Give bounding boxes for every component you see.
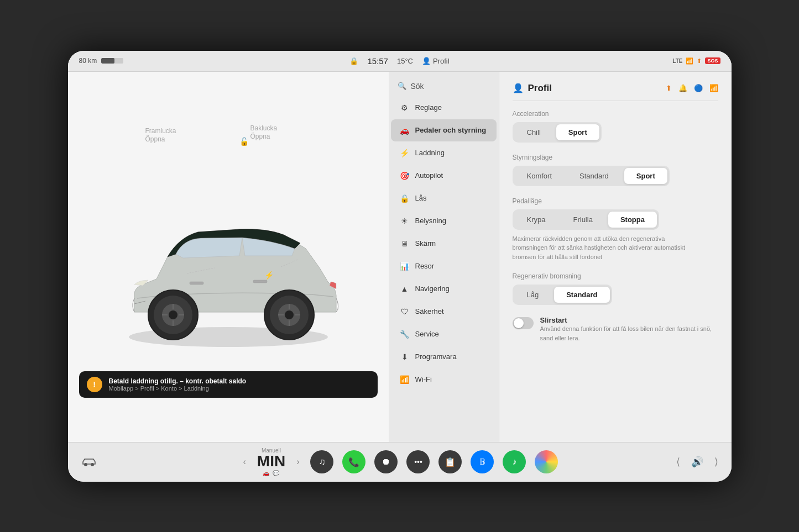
settings-header: 👤 Profil ⬆ 🔔 🔵 📶 xyxy=(513,83,718,101)
notification-subtitle: Mobilapp > Profil > Konto > Laddning xyxy=(109,385,247,392)
acceleration-button-group: Chill Sport xyxy=(513,122,602,143)
spotify-button[interactable]: ♪ xyxy=(503,450,526,473)
baklucka-label: Baklucka Öppna xyxy=(250,124,278,141)
btn-lag[interactable]: Låg xyxy=(515,287,551,303)
sidebar-item-navigering[interactable]: ▲ Navigering xyxy=(391,278,497,300)
bluetooth-header-icon[interactable]: 🔵 xyxy=(694,84,703,92)
volume-icon[interactable]: 🔊 xyxy=(691,456,703,468)
btn-sport-styrning[interactable]: Sport xyxy=(624,168,667,184)
phone-button[interactable]: 📞 xyxy=(342,450,365,473)
sidebar-item-wifi[interactable]: 📶 Wi-Fi xyxy=(391,368,497,391)
signal-icon: 📶 xyxy=(686,57,693,65)
next-media[interactable]: ⟩ xyxy=(712,454,720,470)
sidebar-item-pedaler[interactable]: 🚗 Pedaler och styrning xyxy=(391,119,497,141)
car-button[interactable] xyxy=(79,452,99,472)
sidebar-label-laddning: Laddning xyxy=(415,149,445,157)
camera-button[interactable]: ⏺ xyxy=(374,450,398,473)
nav-icon: ▲ xyxy=(400,284,410,294)
slirstart-toggle[interactable] xyxy=(513,317,534,329)
speed-chevron-right[interactable]: › xyxy=(294,455,301,469)
bell-icon[interactable]: 🔔 xyxy=(678,84,687,92)
sun-icon: ☀ xyxy=(400,216,410,226)
notification-bar[interactable]: ! Betald laddning otillg. – kontr. obeta… xyxy=(79,371,378,398)
sidebar-item-reglage[interactable]: ⚙ Reglage xyxy=(391,97,497,119)
btn-komfort[interactable]: Komfort xyxy=(515,168,565,184)
framlucka-text: Framlucka xyxy=(145,127,176,136)
slirstart-label: Slirstart xyxy=(540,316,718,324)
sidebar-label-belysning: Belysning xyxy=(415,217,446,225)
apps-button[interactable] xyxy=(535,450,558,473)
styrning-button-group: Komfort Standard Sport xyxy=(513,166,670,186)
search-icon: 🔍 xyxy=(398,82,406,90)
sidebar-item-autopilot[interactable]: 🎯 Autopilot xyxy=(391,165,497,187)
toggle-icon: ⚙ xyxy=(400,103,410,113)
pedal-button-group: Krypa Friulla Stoppa xyxy=(513,209,659,230)
upload-icon: ⬆ xyxy=(697,57,702,65)
section-acceleration: Acceleration Chill Sport xyxy=(513,110,718,143)
btn-standard-regen[interactable]: Standard xyxy=(554,287,609,303)
notes-button[interactable]: 📋 xyxy=(438,450,462,473)
status-profile[interactable]: 👤 Profil xyxy=(422,57,450,65)
slirstart-text: Slirstart Använd denna funktion för att … xyxy=(540,316,718,343)
screen-icon: 🖥 xyxy=(400,239,410,249)
signal-header-icon[interactable]: 📶 xyxy=(709,84,718,92)
prev-media[interactable]: ⟨ xyxy=(674,454,682,470)
settings-panel: 👤 Profil ⬆ 🔔 🔵 📶 Acceleration Chill Spor… xyxy=(499,72,732,442)
btn-standard-styrning[interactable]: Standard xyxy=(567,168,621,184)
status-bar: 80 km 🔒 15:57 15°C 👤 Profil LTE 📶 ⬆ SOS xyxy=(68,51,732,72)
sidebar-label-resor: Resor xyxy=(415,262,435,270)
right-panel: 🔍 Sök ⚙ Reglage 🚗 Pedaler och styrning ⚡… xyxy=(389,72,732,442)
sidebar-label-programvara: Programvara xyxy=(415,352,457,361)
speed-chevron-left[interactable]: ‹ xyxy=(241,455,248,469)
wifi-icon: 📶 xyxy=(400,375,410,384)
sos-badge: SOS xyxy=(705,57,720,64)
mode-icon-2: 💬 xyxy=(273,470,279,476)
sidebar-item-skarm[interactable]: 🖥 Skärm xyxy=(391,233,497,255)
framlucka-action[interactable]: Öppna xyxy=(145,135,176,144)
sidebar-label-skarm: Skärm xyxy=(415,239,436,247)
section-slirstart: Slirstart Använd denna funktion för att … xyxy=(513,316,718,343)
music-button[interactable]: ♫ xyxy=(310,450,333,473)
battery-bar xyxy=(101,58,123,64)
status-bar-right: LTE 📶 ⬆ SOS xyxy=(672,57,720,65)
menu-search[interactable]: 🔍 Sök xyxy=(389,76,499,96)
sidebar-item-las[interactable]: 🔒 Lås xyxy=(391,187,497,209)
bluetooth-button[interactable]: 𝔹 xyxy=(471,450,494,473)
more-button[interactable]: ••• xyxy=(406,450,430,473)
sidebar-item-sakerhet[interactable]: 🛡 Säkerhet xyxy=(391,301,497,323)
sidebar-item-laddning[interactable]: ⚡ Laddning xyxy=(391,142,497,164)
sidebar-item-service[interactable]: 🔧 Service xyxy=(391,323,497,345)
sidebar-label-sakerhet: Säkerhet xyxy=(415,307,444,315)
section-pedal: Pedalläge Krypa Friulla Stoppa Maximerar… xyxy=(513,197,718,262)
status-temp: 15°C xyxy=(397,57,413,65)
lte-badge: LTE xyxy=(672,58,682,64)
battery-km: 80 km xyxy=(79,57,97,65)
speed-display: Manuell MIN 🚗 💬 xyxy=(257,447,285,476)
sidebar-item-belysning[interactable]: ☀ Belysning xyxy=(391,210,497,232)
charge-indicator: ⚡ xyxy=(264,271,274,280)
status-center: 🔒 15:57 15°C 👤 Profil xyxy=(349,56,449,66)
wrench-icon: 🔧 xyxy=(400,329,410,339)
svg-point-22 xyxy=(91,463,94,466)
section-styrning: Styrningsläge Komfort Standard Sport xyxy=(513,154,718,186)
sidebar-label-navigering: Navigering xyxy=(415,285,450,293)
acceleration-label: Acceleration xyxy=(513,110,718,118)
sidebar-label-reglage: Reglage xyxy=(415,103,442,112)
btn-chill[interactable]: Chill xyxy=(515,124,553,140)
status-bar-left: 80 km xyxy=(79,57,124,65)
btn-krypa[interactable]: Krypa xyxy=(515,212,558,228)
baklucka-action[interactable]: Öppna xyxy=(250,133,278,141)
shield-icon: 🛡 xyxy=(400,307,410,317)
main-screen: 80 km 🔒 15:57 15°C 👤 Profil LTE 📶 ⬆ SOS xyxy=(68,51,732,482)
btn-sport-accel[interactable]: Sport xyxy=(556,124,599,140)
download-header-icon[interactable]: ⬆ xyxy=(666,84,672,92)
btn-stoppa[interactable]: Stoppa xyxy=(608,212,657,228)
svg-point-12 xyxy=(285,310,294,319)
bolt-icon: ⚡ xyxy=(400,148,410,158)
sidebar-item-resor[interactable]: 📊 Resor xyxy=(391,255,497,277)
graph-icon: 📊 xyxy=(400,261,410,271)
sidebar-item-programvara[interactable]: ⬇ Programvara xyxy=(391,346,497,368)
notification-content: Betald laddning otillg. – kontr. obetalt… xyxy=(109,377,247,392)
btn-friulla[interactable]: Friulla xyxy=(561,212,604,228)
notification-title: Betald laddning otillg. – kontr. obetalt… xyxy=(109,377,247,385)
